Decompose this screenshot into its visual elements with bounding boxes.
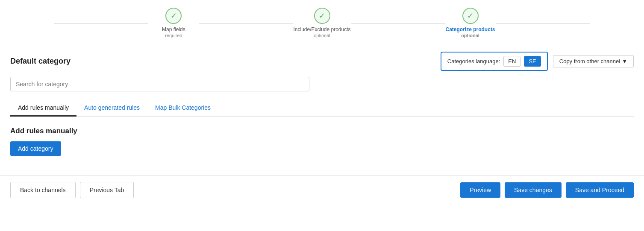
lang-box: Categories language: EN SE [441,52,548,71]
default-category-title: Default category [10,57,71,66]
stepper-sublabel-3: optional [461,33,479,38]
stepper-step-1: ✓ Map fields required [148,8,199,38]
add-rules-manually-title: Add rules manually [10,127,634,135]
stepper-label-text-1: Map fields [162,26,185,32]
categories-language-label: Categories language: [447,58,500,64]
save-changes-button[interactable]: Save changes [505,182,562,198]
footer-right: Preview Save changes Save and Proceed [460,182,634,198]
chevron-down-icon: ▼ [622,58,627,64]
top-bar: Default category Categories language: EN… [10,52,634,71]
tab-auto-generated-rules-label: Auto generated rules [84,104,140,111]
main-content: Default category Categories language: EN… [0,43,644,169]
footer: Back to channels Previous Tab Preview Sa… [0,176,644,204]
stepper-label-2: Include/Exclude products optional [293,26,350,38]
tab-map-bulk-categories[interactable]: Map Bulk Categories [147,100,218,117]
lang-se-button[interactable]: SE [524,56,541,67]
stepper-check-2: ✓ [314,8,330,24]
tab-content-add-rules-manually: Add rules manually Add category [10,117,634,169]
copy-from-other-channel-button[interactable]: Copy from other channel ▼ [553,55,634,67]
stepper-sublabel-2: optional [314,33,330,38]
stepper-label-text-2: Include/Exclude products [293,26,350,32]
stepper-sublabel-1: required [165,33,182,38]
lang-en-button[interactable]: EN [503,56,520,67]
preview-button[interactable]: Preview [460,182,500,198]
copy-btn-label: Copy from other channel [559,58,620,64]
stepper-step-3: ✓ Categorize products optional [445,8,496,38]
stepper-label-3: Categorize products optional [446,26,495,38]
stepper-line-right [351,23,445,23]
previous-tab-button[interactable]: Previous Tab [80,182,134,198]
stepper-line-far-right [496,23,590,23]
stepper-label-text-3: Categorize products [446,26,495,32]
tab-map-bulk-categories-label: Map Bulk Categories [155,104,211,111]
stepper-line-mid [199,23,293,23]
footer-left: Back to channels Previous Tab [10,182,134,198]
stepper: ✓ Map fields required ✓ Include/Exclude … [0,0,644,43]
save-and-proceed-button[interactable]: Save and Proceed [566,182,634,198]
back-to-channels-button[interactable]: Back to channels [10,182,76,198]
add-category-button[interactable]: Add category [10,141,61,156]
tabs-bar: Add rules manually Auto generated rules … [10,100,634,117]
tab-auto-generated-rules[interactable]: Auto generated rules [76,100,147,117]
stepper-line-left [54,23,148,23]
tab-add-rules-manually-label: Add rules manually [18,104,69,111]
stepper-check-3: ✓ [462,8,479,24]
stepper-label-1: Map fields required [162,26,185,38]
search-for-category-input[interactable] [10,77,309,91]
lang-copy-section: Categories language: EN SE Copy from oth… [441,52,634,71]
tab-add-rules-manually[interactable]: Add rules manually [10,100,76,117]
stepper-step-2: ✓ Include/Exclude products optional [293,8,350,38]
stepper-check-1: ✓ [165,8,182,24]
